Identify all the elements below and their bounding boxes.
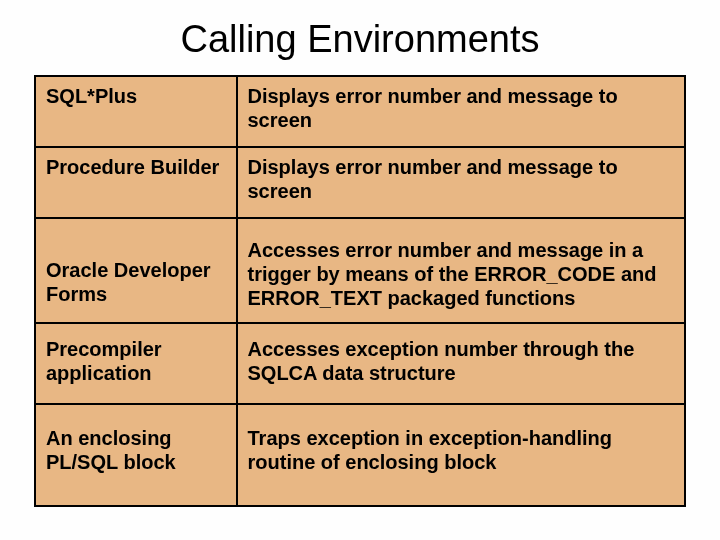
table-row: Oracle Developer Forms Accesses error nu… xyxy=(35,218,685,323)
table-row: An enclosing PL/SQL block Traps exceptio… xyxy=(35,404,685,505)
desc-cell: Displays error number and message to scr… xyxy=(237,76,686,147)
env-cell: SQL*Plus xyxy=(35,76,237,147)
page-title: Calling Environments xyxy=(34,18,686,61)
slide: Calling Environments SQL*Plus Displays e… xyxy=(0,0,720,540)
table-row: Procedure Builder Displays error number … xyxy=(35,147,685,218)
env-cell: An enclosing PL/SQL block xyxy=(35,404,237,505)
table-row: Precompiler application Accesses excepti… xyxy=(35,323,685,404)
env-cell: Procedure Builder xyxy=(35,147,237,218)
desc-cell: Displays error number and message to scr… xyxy=(237,147,686,218)
desc-cell: Traps exception in exception-handling ro… xyxy=(237,404,686,505)
desc-cell: Accesses error number and message in a t… xyxy=(237,218,686,323)
env-cell: Oracle Developer Forms xyxy=(35,218,237,323)
table-row: SQL*Plus Displays error number and messa… xyxy=(35,76,685,147)
env-cell: Precompiler application xyxy=(35,323,237,404)
desc-cell: Accesses exception number through the SQ… xyxy=(237,323,686,404)
environments-table: SQL*Plus Displays error number and messa… xyxy=(34,75,686,507)
